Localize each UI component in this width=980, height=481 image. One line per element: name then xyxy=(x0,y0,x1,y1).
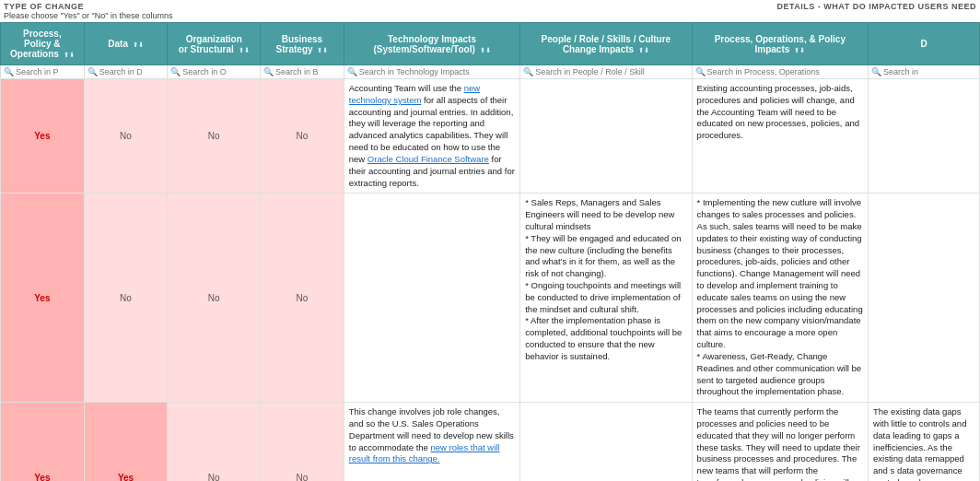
col-header-biz-label: BusinessStrategy xyxy=(276,34,323,54)
type-of-change-label: TYPE OF CHANGE xyxy=(4,2,173,11)
cell-data: No xyxy=(84,79,168,194)
col-header-org: Organizationor Structural ⬆⬇ xyxy=(168,23,261,65)
col-header-process-label: Process,Policy &Operations xyxy=(10,29,62,59)
page-wrapper: TYPE OF CHANGE Please choose "Yes" or "N… xyxy=(0,0,980,481)
col-header-d-label: D xyxy=(920,39,927,49)
col-header-data-label: Data xyxy=(108,39,128,49)
sort-icon-org[interactable]: ⬆⬇ xyxy=(239,47,250,54)
cell-org: No xyxy=(168,194,261,403)
cell-tech: This change involves job role changes, a… xyxy=(344,403,519,481)
col-header-d: D xyxy=(869,23,980,65)
table-row: YesNoNoNoAccounting Team will use the ne… xyxy=(1,79,980,194)
cell-d xyxy=(869,79,980,194)
search-cell-org: 🔍 xyxy=(168,65,261,79)
search-icon-procops: 🔍 xyxy=(695,67,706,76)
cell-org: No xyxy=(168,79,261,194)
cell-biz: No xyxy=(261,79,344,194)
column-headers-row: Process,Policy &Operations ⬆⬇ Data ⬆⬇ Or… xyxy=(1,23,980,65)
search-input-process[interactable] xyxy=(16,67,81,76)
cell-people: * Sales Reps, Managers and Sales Enginee… xyxy=(520,194,692,403)
cell-people xyxy=(520,79,692,194)
col-header-biz: BusinessStrategy ⬆⬇ xyxy=(261,23,344,65)
search-cell-procops: 🔍 xyxy=(692,65,868,79)
search-cell-people: 🔍 xyxy=(520,65,692,79)
search-cell-biz: 🔍 xyxy=(261,65,344,79)
cell-biz: No xyxy=(261,194,344,403)
cell-org: No xyxy=(168,403,261,481)
search-input-people[interactable] xyxy=(535,67,688,76)
search-input-biz[interactable] xyxy=(275,67,341,76)
details-label: DETAILS - WHAT DO IMPACTED USERS NEED xyxy=(173,2,976,20)
search-icon-process: 🔍 xyxy=(4,67,14,76)
table-container[interactable]: Process,Policy &Operations ⬆⬇ Data ⬆⬇ Or… xyxy=(0,22,980,481)
col-header-tech-label: Technology Impacts(System/Software/Tool) xyxy=(373,34,476,54)
cell-procops: Existing accounting processes, job-aids,… xyxy=(692,79,868,194)
main-table: Process,Policy &Operations ⬆⬇ Data ⬆⬇ Or… xyxy=(0,22,980,481)
sort-icon-procops[interactable]: ⬆⬇ xyxy=(794,47,805,54)
cell-data: No xyxy=(84,194,168,403)
cell-procops: The teams that currently perform the pro… xyxy=(692,403,868,481)
search-cell-data: 🔍 xyxy=(84,65,168,79)
col-header-procops: Process, Operations, & PolicyImpacts ⬆⬇ xyxy=(692,23,868,65)
search-icon-biz: 🔍 xyxy=(263,67,274,76)
table-row: YesNoNoNo* Sales Reps, Managers and Sale… xyxy=(1,194,980,403)
sort-icon-data[interactable]: ⬆⬇ xyxy=(133,41,144,49)
cell-tech: Accounting Team will use the new technol… xyxy=(344,79,519,194)
cell-data: Yes xyxy=(84,403,168,481)
top-labels: TYPE OF CHANGE Please choose "Yes" or "N… xyxy=(0,0,980,22)
col-header-data: Data ⬆⬇ xyxy=(84,23,168,65)
search-input-d[interactable] xyxy=(883,67,976,76)
cell-process: Yes xyxy=(1,403,85,481)
search-icon-tech: 🔍 xyxy=(347,67,357,76)
sort-icon-biz[interactable]: ⬆⬇ xyxy=(317,47,328,54)
search-icon-data: 🔍 xyxy=(88,67,98,76)
search-cell-tech: 🔍 xyxy=(344,65,519,79)
top-label-left: TYPE OF CHANGE Please choose "Yes" or "N… xyxy=(4,2,173,20)
search-row: 🔍 🔍 🔍 xyxy=(1,65,980,79)
sort-icon-people[interactable]: ⬆⬇ xyxy=(638,47,649,54)
type-of-change-sublabel: Please choose "Yes" or "No" in these col… xyxy=(4,11,173,20)
cell-tech xyxy=(344,194,519,403)
cell-biz: No xyxy=(261,403,344,481)
col-header-tech: Technology Impacts(System/Software/Tool)… xyxy=(344,23,519,65)
sort-icon-process[interactable]: ⬆⬇ xyxy=(64,52,75,59)
cell-people xyxy=(520,403,692,481)
search-input-tech[interactable] xyxy=(359,67,517,76)
cell-d: The existing data gaps with little to co… xyxy=(869,403,980,481)
col-header-process: Process,Policy &Operations ⬆⬇ xyxy=(1,23,85,65)
search-input-data[interactable] xyxy=(99,67,165,76)
search-input-org[interactable] xyxy=(182,67,257,76)
search-cell-process: 🔍 xyxy=(1,65,85,79)
table-body: YesNoNoNoAccounting Team will use the ne… xyxy=(1,79,980,482)
table-row: YesYesNoNoThis change involves job role … xyxy=(1,403,980,481)
search-cell-d: 🔍 xyxy=(869,65,980,79)
cell-process: Yes xyxy=(1,194,85,403)
cell-d xyxy=(869,194,980,403)
search-icon-d: 🔍 xyxy=(871,67,881,76)
search-icon-org: 🔍 xyxy=(170,67,181,76)
sort-icon-tech[interactable]: ⬆⬇ xyxy=(480,47,491,54)
col-header-procops-label: Process, Operations, & PolicyImpacts xyxy=(715,34,846,54)
col-header-org-label: Organizationor Structural xyxy=(179,34,242,54)
cell-procops: * Implementing the new cutlure will invo… xyxy=(692,194,868,403)
col-header-people-label: People / Role / Skills / CultureChange I… xyxy=(542,34,671,54)
col-header-people: People / Role / Skills / CultureChange I… xyxy=(520,23,692,65)
search-icon-people: 🔍 xyxy=(523,67,533,76)
cell-process: Yes xyxy=(1,79,85,194)
search-input-procops[interactable] xyxy=(707,67,865,76)
